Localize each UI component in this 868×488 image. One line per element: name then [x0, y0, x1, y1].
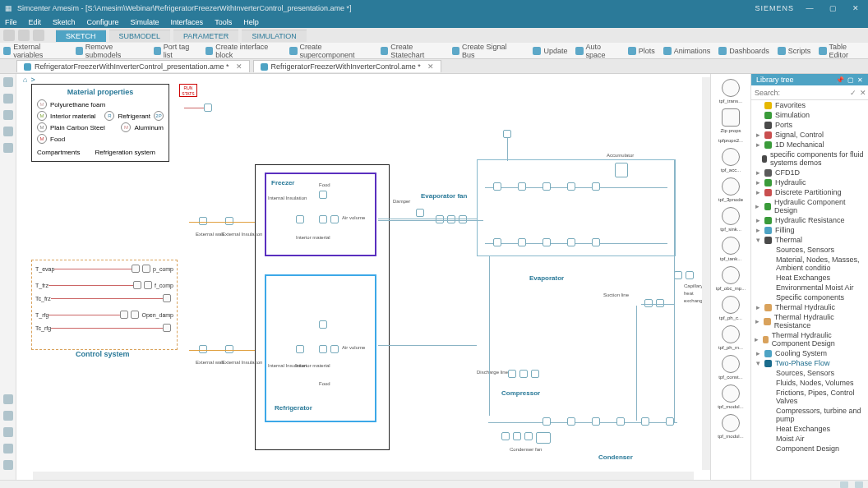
- tree-node[interactable]: Ports: [751, 120, 868, 130]
- menu-sketch[interactable]: Sketch: [53, 18, 76, 26]
- diagram-node[interactable]: [592, 417, 600, 426]
- btn-table-editor[interactable]: Table Editor: [819, 43, 865, 59]
- btn-external-variables[interactable]: External variables: [3, 43, 67, 59]
- diagram-node[interactable]: [666, 417, 674, 426]
- diagram-node[interactable]: [542, 417, 551, 426]
- tree-node[interactable]: Sources, Sensors: [751, 368, 868, 378]
- diagram-node[interactable]: [319, 215, 327, 223]
- palette-item[interactable]: tpf_trans...: [719, 79, 742, 104]
- diagram-node[interactable]: [518, 182, 526, 191]
- rail-magnify-icon[interactable]: [3, 444, 13, 453]
- diagram-node[interactable]: [536, 432, 551, 444]
- diagram-node[interactable]: [508, 370, 516, 378]
- tree-node[interactable]: Compressors, turbine and pump: [751, 406, 868, 424]
- horizontal-scrollbar[interactable]: [33, 472, 694, 480]
- diagram-node[interactable]: [319, 320, 327, 329]
- diagram-node[interactable]: [615, 163, 628, 177]
- popout-icon[interactable]: ▢: [847, 76, 854, 84]
- palette-item[interactable]: tpf_ph_m...: [718, 325, 743, 350]
- palette-item[interactable]: tpf_ph_c...: [719, 296, 742, 320]
- rail-zoom-out-icon[interactable]: [3, 427, 13, 437]
- file-tab[interactable]: RefrigeratorFreezerWithInverterControl.a…: [253, 60, 441, 72]
- mode-tab-parameter[interactable]: PARAMETER: [173, 30, 238, 42]
- menu-tools[interactable]: Tools: [215, 18, 232, 26]
- quick-icon[interactable]: [33, 30, 44, 41]
- diagram-node[interactable]: [330, 345, 339, 353]
- diagram-node[interactable]: [592, 238, 600, 246]
- tree-node[interactable]: ▸Signal, Control: [751, 130, 868, 140]
- btn-scripts[interactable]: Scripts: [778, 47, 811, 55]
- mode-tab-sketch[interactable]: SKETCH: [56, 30, 106, 42]
- tree-node[interactable]: ▸1D Mechanical: [751, 140, 868, 150]
- btn-dashboards[interactable]: Dashboards: [718, 47, 769, 55]
- clear-icon[interactable]: ✕: [860, 89, 866, 97]
- palette-item[interactable]: tpf_acc...: [721, 148, 741, 173]
- tree-node[interactable]: Heat Exchanges: [751, 273, 868, 283]
- tree-node[interactable]: ▸Thermal Hydraulic Component Design: [751, 330, 868, 348]
- diagram-node[interactable]: [674, 271, 682, 279]
- home-icon[interactable]: ⌂: [23, 76, 27, 84]
- diagram-node[interactable]: [518, 238, 526, 246]
- diagram-node[interactable]: [531, 370, 539, 378]
- tree-node[interactable]: ▸Hydraulic: [751, 177, 868, 187]
- diagram-node[interactable]: [319, 345, 327, 353]
- diagram-node[interactable]: [567, 182, 575, 191]
- diagram-node[interactable]: [296, 345, 304, 353]
- menu-edit[interactable]: Edit: [29, 18, 42, 26]
- palette-item[interactable]: tpf_tank...: [720, 237, 741, 261]
- tree-node[interactable]: Favorites: [751, 100, 868, 110]
- rail-select-icon[interactable]: [3, 77, 13, 87]
- panel-close-icon[interactable]: ✕: [857, 76, 863, 84]
- rail-zoom-fit-icon[interactable]: [3, 394, 13, 404]
- canvas[interactable]: ⌂ > Material properties MPolyurethane fo…: [16, 74, 710, 480]
- rail-text-icon[interactable]: [3, 143, 13, 153]
- palette-item[interactable]: tpf_modul...: [718, 414, 743, 439]
- menu-interfaces[interactable]: Interfaces: [171, 18, 204, 26]
- tree-node[interactable]: ▸Cooling System: [751, 348, 868, 358]
- diagram-node[interactable]: [436, 215, 444, 223]
- diagram-node[interactable]: [513, 432, 521, 440]
- palette-item[interactable]: Zip props: [720, 108, 741, 133]
- diagram-node[interactable]: [199, 217, 207, 225]
- palette-item[interactable]: tpf_const...: [718, 355, 742, 380]
- file-tab[interactable]: RefrigeratorFreezerWithInverterControl_p…: [16, 60, 250, 72]
- tab-close-icon[interactable]: ✕: [424, 62, 434, 71]
- search-input[interactable]: [755, 89, 847, 97]
- diagram-node[interactable]: [459, 215, 467, 223]
- tree-node[interactable]: Frictions, Pipes, Control Valves: [751, 388, 868, 406]
- tree-node[interactable]: ▸Hydraulic Resistance: [751, 215, 868, 225]
- rail-bus-icon[interactable]: [3, 110, 13, 120]
- rail-shape-icon[interactable]: [3, 127, 13, 136]
- btn-create-supercomponent[interactable]: Create supercomponent: [289, 43, 372, 59]
- palette-item[interactable]: tpf_modul...: [718, 384, 743, 409]
- diagram-node[interactable]: [542, 182, 551, 191]
- diagram-node[interactable]: [542, 238, 551, 246]
- diagram-node[interactable]: [493, 182, 501, 191]
- diagram-node[interactable]: [204, 104, 212, 112]
- vertical-scrollbar[interactable]: [702, 77, 710, 470]
- btn-remove-submodels[interactable]: Remove submodels: [76, 43, 145, 59]
- tree-node[interactable]: specific components for fluid systems de…: [751, 150, 868, 168]
- menu-configure[interactable]: Configure: [87, 18, 119, 26]
- palette-item[interactable]: tpf_3pnode: [718, 177, 743, 202]
- diagram-node[interactable]: [447, 215, 455, 223]
- diagram-node[interactable]: [503, 130, 511, 138]
- btn-create-interface-block[interactable]: Create interface block: [205, 43, 281, 59]
- btn-animations[interactable]: Animations: [663, 47, 711, 55]
- quick-icon[interactable]: [3, 30, 15, 41]
- diagram-node[interactable]: [524, 432, 533, 440]
- tree-node[interactable]: Material, Nodes, Masses, Ambient conditi…: [751, 255, 868, 273]
- diagram-node[interactable]: [416, 209, 424, 217]
- tree-node[interactable]: Sources, Sensors: [751, 245, 868, 255]
- diagram-node[interactable]: [644, 299, 653, 307]
- diagram-node[interactable]: [567, 417, 575, 426]
- diagram-node[interactable]: [199, 345, 207, 353]
- diagram-node[interactable]: [501, 432, 510, 440]
- tree-node[interactable]: ▸Discrete Partitioning: [751, 187, 868, 197]
- diagram-node[interactable]: [519, 370, 528, 378]
- rail-zoom-in-icon[interactable]: [3, 411, 13, 421]
- diagram-node[interactable]: [656, 299, 664, 307]
- btn-plots[interactable]: Plots: [628, 47, 655, 55]
- tree-node[interactable]: Component Design: [751, 444, 868, 453]
- btn-create-statechart[interactable]: Create Statechart: [381, 43, 444, 59]
